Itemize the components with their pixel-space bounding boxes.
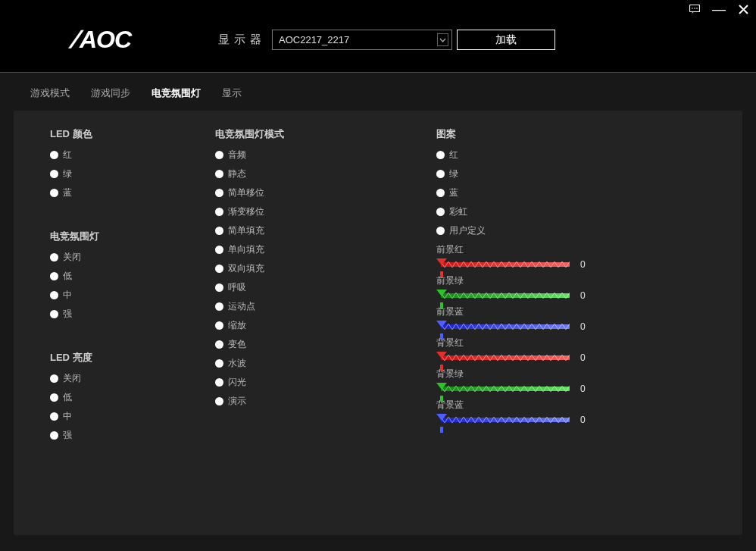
light-fx-mode-option-6[interactable]: 双向填充 (215, 262, 424, 275)
slider-value-fg-red: 0 (580, 259, 595, 270)
slider-label-bg-red: 背景红 (436, 337, 720, 349)
radio-icon (50, 412, 58, 421)
slider-bg-red: 背景红0 (436, 337, 720, 363)
slider-row: 0 (436, 415, 720, 425)
light-fx-level-option-label: 低 (63, 270, 72, 283)
radio-icon (215, 170, 223, 178)
brand-logo: /AOC (72, 26, 131, 54)
light-fx-level-option-0[interactable]: 关闭 (50, 251, 203, 264)
slider-fg-green: 前景绿0 (436, 274, 720, 301)
light-fx-mode-option-3[interactable]: 渐变移位 (215, 205, 424, 218)
slider-track-fg-green[interactable] (436, 290, 570, 301)
pattern-option-label: 蓝 (449, 186, 458, 199)
light-fx-mode-option-label: 变色 (228, 338, 246, 351)
slider-thumb-icon[interactable] (436, 258, 447, 265)
slider-thumb-icon[interactable] (436, 352, 447, 358)
light-fx-mode-option-5[interactable]: 单向填充 (215, 243, 424, 256)
light-fx-mode-option-1[interactable]: 静态 (215, 167, 424, 180)
slider-track-bg-green[interactable] (436, 384, 570, 394)
pattern-option-3[interactable]: 彩虹 (436, 205, 720, 218)
light-fx-level-option-3[interactable]: 强 (50, 308, 203, 321)
slider-track-fg-blue[interactable] (436, 321, 570, 332)
led-color-option-0[interactable]: 红 (50, 149, 203, 161)
radio-icon (215, 189, 223, 197)
light-fx-level-option-1[interactable]: 低 (50, 270, 203, 283)
light-fx-mode-option-11[interactable]: 水波 (215, 357, 424, 370)
light-fx-mode-option-2[interactable]: 简单移位 (215, 186, 424, 199)
pattern-option-1[interactable]: 绿 (436, 167, 720, 180)
led-brightness-title: LED 亮度 (50, 351, 203, 365)
close-icon[interactable] (738, 4, 748, 14)
light-fx-mode-option-0[interactable]: 音频 (215, 149, 424, 161)
light-fx-mode-option-13[interactable]: 演示 (215, 395, 424, 408)
slider-value-bg-blue: 0 (580, 415, 595, 425)
slider-label-fg-red: 前景红 (436, 243, 720, 256)
light-fx-level-option-label: 关闭 (63, 251, 81, 264)
light-fx-mode-option-9[interactable]: 缩放 (215, 319, 424, 332)
tab-game-mode[interactable]: 游戏模式 (30, 86, 70, 100)
load-button[interactable]: 加载 (457, 30, 555, 50)
led-brightness-option-1[interactable]: 低 (50, 391, 203, 404)
slider-track-bg-red[interactable] (436, 352, 570, 363)
slider-track-fg-red[interactable] (436, 259, 570, 270)
slider-pattern-icon (441, 324, 570, 330)
led-brightness-option-2[interactable]: 中 (50, 410, 203, 423)
pattern-title: 图案 (436, 127, 720, 141)
light-fx-mode-option-10[interactable]: 变色 (215, 338, 424, 351)
radio-icon (50, 374, 58, 383)
light-fx-mode-option-label: 演示 (228, 395, 246, 408)
slider-label-bg-green: 背景绿 (436, 368, 720, 380)
light-fx-mode-option-label: 单向填充 (228, 243, 264, 256)
light-fx-level-option-2[interactable]: 中 (50, 289, 203, 302)
radio-icon (50, 151, 58, 159)
slider-row: 0 (436, 384, 720, 394)
feedback-icon[interactable] (689, 4, 700, 14)
app-window: — /AOC 显示器 AOC2217_2217 加载 游戏模式游戏同步电竞氛围灯… (0, 0, 756, 551)
pattern-option-0[interactable]: 红 (436, 149, 720, 161)
radio-icon (50, 431, 58, 440)
slider-row: 0 (436, 352, 720, 363)
light-fx-mode-option-7[interactable]: 呼吸 (215, 281, 424, 294)
light-fx-mode-option-label: 静态 (228, 167, 246, 180)
minimize-icon[interactable]: — (714, 4, 724, 14)
header: /AOC 显示器 AOC2217_2217 加载 (0, 18, 756, 72)
slider-pattern-icon (441, 386, 570, 392)
slider-thumb-icon[interactable] (436, 290, 447, 296)
tab-light-fx[interactable]: 电竞氛围灯 (152, 86, 201, 100)
tab-bar: 游戏模式游戏同步电竞氛围灯显示 (0, 73, 756, 111)
radio-icon (436, 208, 445, 216)
monitor-select[interactable]: AOC2217_2217 (272, 30, 452, 50)
light-fx-mode-option-label: 闪光 (228, 376, 246, 389)
led-brightness-option-3[interactable]: 强 (50, 429, 203, 442)
slider-pattern-icon (441, 355, 570, 361)
tab-display[interactable]: 显示 (222, 86, 242, 100)
light-fx-mode-title: 电竞氛围灯模式 (215, 127, 424, 141)
slider-thumb-icon[interactable] (436, 383, 447, 390)
svg-point-2 (694, 8, 695, 9)
led-color-option-2[interactable]: 蓝 (50, 186, 203, 199)
pattern-option-4[interactable]: 用户定义 (436, 224, 720, 237)
light-fx-mode-option-4[interactable]: 简单填充 (215, 224, 424, 237)
radio-icon (436, 189, 445, 197)
slider-track-bg-blue[interactable] (436, 415, 570, 425)
pattern-option-label: 红 (449, 149, 458, 161)
radio-icon (436, 151, 445, 159)
light-fx-level-title: 电竞氛围灯 (50, 230, 203, 243)
led-color-option-1[interactable]: 绿 (50, 167, 203, 180)
slider-thumb-icon[interactable] (436, 414, 447, 421)
tab-game-sync[interactable]: 游戏同步 (91, 86, 130, 100)
slider-fg-blue: 前景蓝0 (436, 305, 720, 332)
slider-thumb-icon[interactable] (436, 321, 447, 327)
radio-icon (215, 321, 223, 330)
radio-icon (436, 227, 445, 235)
light-fx-mode-option-label: 运动点 (228, 300, 255, 313)
pattern-option-2[interactable]: 蓝 (436, 186, 720, 199)
light-fx-mode-option-8[interactable]: 运动点 (215, 300, 424, 313)
led-color-option-label: 绿 (63, 167, 72, 180)
led-brightness-option-0[interactable]: 关闭 (50, 372, 203, 385)
slider-label-fg-blue: 前景蓝 (436, 305, 720, 318)
light-fx-mode-option-12[interactable]: 闪光 (215, 376, 424, 389)
slider-pattern-icon (441, 261, 570, 268)
slider-pattern-icon (441, 293, 570, 299)
radio-icon (215, 227, 223, 235)
